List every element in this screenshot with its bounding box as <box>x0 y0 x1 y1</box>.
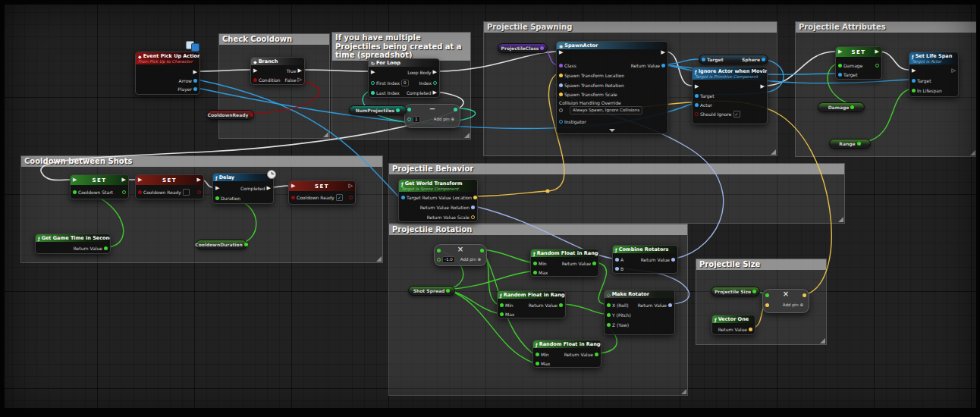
exec-pin[interactable]: ▷ <box>349 183 353 189</box>
class-pin[interactable] <box>540 46 544 50</box>
value-field[interactable]: -1.0 <box>442 256 455 263</box>
node-ignore-actor-when-moving[interactable]: ƒIgnore Actor when MovingTarget is Primi… <box>692 67 768 124</box>
variable-shot-spread[interactable]: Shot Spread <box>408 286 455 296</box>
node-random-float-in-range-1[interactable]: ƒRandom Float in RangeMinReturn ValueMax <box>530 249 599 277</box>
exec-pin[interactable]: ▶ <box>433 90 437 96</box>
variable-num-projectiles[interactable]: NumProjectiles <box>349 105 407 115</box>
int-pin[interactable] <box>396 108 400 112</box>
float-pin[interactable] <box>875 64 879 67</box>
object-pin[interactable] <box>193 79 197 83</box>
float-pin[interactable] <box>559 303 563 307</box>
node-vector-one[interactable]: ƒVector OneReturn Value <box>711 315 755 335</box>
node-header[interactable]: ƒCombine Rotators <box>613 246 677 253</box>
variable-range[interactable]: Range <box>829 139 871 149</box>
node-delay[interactable]: ƒDelay▶Completed▶Duration <box>212 173 274 204</box>
float-pin[interactable] <box>607 313 611 317</box>
float-pin[interactable] <box>752 290 756 293</box>
exec-pin[interactable]: ▶ <box>433 70 437 75</box>
bool-pin[interactable] <box>291 196 295 199</box>
node-header[interactable]: ƒGet World TransformTarget is Scene Comp… <box>399 180 477 192</box>
node-header[interactable]: ƒRandom Float in Range <box>533 340 601 348</box>
add-pin-button[interactable]: Add pin ⊕ <box>460 257 481 262</box>
class-pin[interactable] <box>559 64 563 67</box>
value-field[interactable]: 0 <box>401 80 409 86</box>
node-set-cooldown-start[interactable]: ▶SET▶Cooldown Start <box>70 174 129 199</box>
add-pin-button[interactable]: Add pin ⊕ <box>783 303 803 307</box>
exec-pin[interactable]: ▶ <box>197 177 201 183</box>
float-pin[interactable] <box>912 89 916 92</box>
int-pin[interactable] <box>371 91 375 95</box>
node-set-damage[interactable]: ▶SET▶DamageTarget <box>835 46 882 80</box>
rotator-pin[interactable] <box>471 205 475 209</box>
float-pin[interactable] <box>73 190 77 194</box>
float-pin[interactable] <box>592 262 596 265</box>
exec-pin[interactable]: ▶ <box>267 186 271 191</box>
node-for-loop[interactable]: ↻For Loop▶Loop Body▶First Index0IndexLas… <box>368 58 440 98</box>
exec-pin[interactable]: ▶ <box>761 84 765 89</box>
node-multiply-size[interactable]: ×Add pin ⊕ <box>762 289 809 313</box>
exec-pin[interactable]: ▶ <box>875 49 879 55</box>
node-get-world-transform[interactable]: ƒGet World TransformTarget is Scene Comp… <box>398 179 478 222</box>
vector-pin[interactable] <box>473 196 477 199</box>
int-pin[interactable] <box>371 81 375 85</box>
node-header[interactable]: ↻For Loop <box>369 59 439 67</box>
node-header[interactable]: ƒRandom Float in Range <box>498 291 565 299</box>
int-pin[interactable] <box>433 81 437 85</box>
exec-pin[interactable]: ▶ <box>371 70 375 75</box>
exec-pin[interactable]: ▶ <box>912 68 916 74</box>
float-pin[interactable] <box>607 303 611 307</box>
float-pin[interactable] <box>500 312 504 316</box>
node-header[interactable]: ◆Event Pick Up ActionFrom Pick Up to Cha… <box>136 52 199 64</box>
value-field[interactable]: 1 <box>413 116 420 123</box>
exec-pin[interactable]: ▶ <box>695 84 699 89</box>
vector-pin[interactable] <box>749 328 752 331</box>
float-pin[interactable] <box>122 190 126 194</box>
object-pin[interactable] <box>702 58 705 61</box>
node-header[interactable]: ƒRandom Float in Range <box>531 249 598 257</box>
rotator-pin[interactable] <box>615 267 619 271</box>
float-pin[interactable] <box>838 64 842 67</box>
float-pin[interactable] <box>607 323 611 327</box>
vector-pin[interactable] <box>803 293 806 297</box>
object-pin[interactable] <box>401 196 405 199</box>
node-random-float-in-range-2[interactable]: ƒRandom Float in RangeMinReturn ValueMax <box>497 290 566 318</box>
variable-projectile-class[interactable]: ProjectileClass <box>498 43 548 53</box>
checkbox[interactable] <box>183 189 190 196</box>
rotator-pin[interactable] <box>668 303 672 307</box>
node-multiply-spread[interactable]: ×-1.0Add pin ⊕ <box>434 244 487 266</box>
exec-pin[interactable]: ▶ <box>559 50 563 55</box>
exec-pin[interactable]: ▶ <box>215 186 219 191</box>
vector-pin[interactable] <box>559 92 563 96</box>
object-pin[interactable] <box>695 94 699 98</box>
variable-damage[interactable]: Damage <box>818 102 865 112</box>
bool-pin[interactable] <box>695 112 699 116</box>
variable-projectile-size[interactable]: Projectile Size <box>711 287 760 296</box>
int-pin[interactable] <box>454 108 457 111</box>
variable-cooldown-ready[interactable]: CooldownReady <box>207 110 254 120</box>
bool-pin[interactable] <box>250 113 253 117</box>
exec-pin[interactable]: ▷ <box>952 68 956 74</box>
exec-pin[interactable]: ▶ <box>298 68 302 74</box>
node-spawn-actor[interactable]: ◉SpawnActor▶▶ClassReturn ValueSpawn Tran… <box>556 41 668 134</box>
object-pin[interactable] <box>838 73 842 77</box>
enum-pin[interactable] <box>559 108 563 112</box>
node-set-cooldown-ready-true[interactable]: ▶SET▷Cooldown Ready✓ <box>288 180 356 205</box>
vector-pin[interactable] <box>765 303 769 307</box>
node-header[interactable]: ◇Make Rotator <box>605 290 674 298</box>
int-pin[interactable] <box>407 108 411 111</box>
float-pin[interactable] <box>536 362 539 365</box>
node-event-pick-up-action[interactable]: ◆Event Pick Up ActionFrom Pick Up to Cha… <box>135 52 200 95</box>
float-pin[interactable] <box>857 142 861 146</box>
node-make-rotator[interactable]: ◇Make RotatorX (Roll)Return ValueY (Pitc… <box>604 290 675 335</box>
node-branch[interactable]: ◆Branch▶True▶ConditionFalse▷ <box>250 57 305 85</box>
exec-pin[interactable]: ▶ <box>193 70 197 75</box>
object-pin[interactable] <box>695 103 699 107</box>
float-pin[interactable] <box>533 262 537 265</box>
object-pin[interactable] <box>661 64 665 67</box>
node-header[interactable]: ƒGet Game Time in Seconds <box>36 234 110 242</box>
add-pin-button[interactable]: Add pin ⊕ <box>434 117 454 121</box>
bool-pin[interactable] <box>349 196 353 199</box>
exec-pin[interactable]: ▶ <box>122 177 126 183</box>
float-pin[interactable] <box>446 289 450 293</box>
float-pin[interactable] <box>480 249 484 252</box>
